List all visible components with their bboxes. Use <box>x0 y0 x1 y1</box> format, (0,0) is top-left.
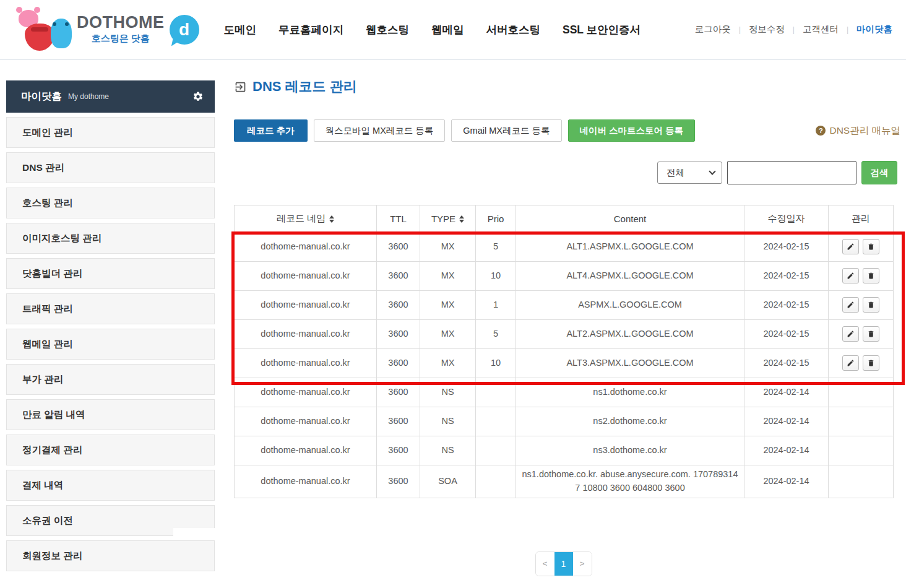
cell-actions <box>829 349 894 378</box>
sidebar-item-9[interactable]: 정기결제 관리 <box>6 435 215 465</box>
pagination-prev-button[interactable]: < <box>536 552 554 576</box>
cell-actions <box>829 378 894 407</box>
sidebar-title: 마이닷홈 <box>21 90 62 103</box>
cell-actions <box>829 436 894 465</box>
nav-webmail[interactable]: 웹메일 <box>431 22 464 37</box>
search-input[interactable] <box>727 161 856 184</box>
sidebar-item-4[interactable]: 닷홈빌더 관리 <box>6 258 215 289</box>
column-label-text: Content <box>614 214 647 224</box>
cell-modified: 2024-02-15 <box>744 349 829 378</box>
column-label-text: TTL <box>390 214 407 224</box>
sidebar-item-3[interactable]: 이미지호스팅 관리 <box>6 223 215 254</box>
cell-type: MX <box>420 233 476 262</box>
nav-server-hosting[interactable]: 서버호스팅 <box>486 22 541 37</box>
cell-content: ns2.dothome.co.kr <box>516 407 744 436</box>
nav-ssl-certificate[interactable]: SSL 보안인증서 <box>563 22 641 37</box>
nav-free-homepage[interactable]: 무료홈페이지 <box>278 22 343 37</box>
edit-record-button[interactable] <box>842 239 859 254</box>
user-link-customer-center[interactable]: 고객센터 <box>803 24 839 35</box>
sort-icon <box>329 215 334 223</box>
nav-web-hosting[interactable]: 웹호스팅 <box>366 22 409 37</box>
column-label-text: 레코드 네임 <box>277 213 326 225</box>
edit-record-button[interactable] <box>842 297 859 313</box>
sidebar-item-11[interactable]: 소유권 이전 <box>6 505 215 536</box>
cell-content: ALT2.ASPMX.L.GOOGLE.COM <box>516 320 744 349</box>
cell-modified: 2024-02-14 <box>744 465 829 498</box>
column-header-type[interactable]: TYPE <box>420 205 476 233</box>
user-link-logout[interactable]: 로그아웃 <box>695 24 731 35</box>
cell-name: dothome-manual.co.kr <box>235 262 377 291</box>
pagination-page-1[interactable]: 1 <box>554 552 573 576</box>
row-actions <box>842 268 879 283</box>
delete-record-button[interactable] <box>863 326 879 342</box>
column-label-text: 수정일자 <box>768 213 805 225</box>
cell-name: dothome-manual.co.kr <box>235 407 377 436</box>
sort-down-arrow <box>329 220 334 223</box>
cell-modified: 2024-02-14 <box>744 436 829 465</box>
delete-record-button[interactable] <box>863 268 879 283</box>
filter-select[interactable]: 전체 <box>657 162 722 184</box>
dothome-logo[interactable]: DOTHOME 호스팅은 닷홈 d <box>16 7 199 52</box>
cell-type: SOA <box>420 465 476 498</box>
column-header-prio: Prio <box>476 205 516 233</box>
cell-content: ns1.dothome.co.kr. abuse.anysecure.com. … <box>516 465 744 498</box>
edit-record-button[interactable] <box>842 268 859 283</box>
separator: | <box>739 25 741 34</box>
edit-record-button[interactable] <box>842 326 859 342</box>
sidebar-item-10[interactable]: 결제 내역 <box>6 470 215 501</box>
cell-ttl: 3600 <box>377 320 420 349</box>
column-header-content: Content <box>516 205 744 233</box>
cell-content: ns1.dothome.co.kr <box>516 378 744 407</box>
cell-ttl: 3600 <box>377 465 420 498</box>
sidebar-item-2[interactable]: 호스팅 관리 <box>6 188 215 218</box>
cell-prio: 1 <box>476 291 516 320</box>
nav-domain[interactable]: 도메인 <box>224 22 257 37</box>
logo-title: DOTHOME <box>77 14 165 31</box>
sort-up-arrow <box>459 215 464 218</box>
user-link-my-dothome[interactable]: 마이닷홈 <box>856 24 892 35</box>
cell-name: dothome-manual.co.kr <box>235 378 377 407</box>
add-record-button[interactable]: 레코드 추가 <box>234 119 308 142</box>
cell-type: MX <box>420 349 476 378</box>
dns-manual-link[interactable]: ? DNS관리 매뉴얼 <box>816 124 900 137</box>
page-title: DNS 레코드 관리 <box>234 77 900 96</box>
cell-modified: 2024-02-15 <box>744 262 829 291</box>
table-row: dothome-manual.co.kr3600MX10ALT4.ASPMX.L… <box>235 262 894 291</box>
sort-down-arrow <box>459 220 464 223</box>
sidebar-item-8[interactable]: 만료 알림 내역 <box>6 399 215 430</box>
sidebar-item-7[interactable]: 부가 관리 <box>6 364 215 395</box>
search-button[interactable]: 검색 <box>861 161 897 184</box>
cell-actions <box>829 233 894 262</box>
column-header-name[interactable]: 레코드 네임 <box>235 205 377 233</box>
works-mobile-mx-button[interactable]: 웍스모바일 MX레코드 등록 <box>314 119 446 142</box>
sidebar-item-12[interactable]: 회원정보 관리 <box>6 540 215 571</box>
question-circle-icon: ? <box>816 126 826 136</box>
column-header-modified: 수정일자 <box>744 205 829 233</box>
edit-record-button[interactable] <box>842 355 859 371</box>
table-row: dothome-manual.co.kr3600MX10ALT3.ASPMX.L… <box>235 349 894 378</box>
cell-actions <box>829 407 894 436</box>
sidebar-item-0[interactable]: 도메인 관리 <box>6 117 215 148</box>
table-row: dothome-manual.co.kr3600NSns2.dothome.co… <box>235 407 894 436</box>
dns-records-table-wrap: 레코드 네임TTLTYPEPrioContent수정일자관리 dothome-m… <box>234 205 893 498</box>
user-link-edit-info[interactable]: 정보수정 <box>749 24 785 35</box>
cell-type: NS <box>420 436 476 465</box>
cell-modified: 2024-02-15 <box>744 291 829 320</box>
delete-record-button[interactable] <box>863 355 879 371</box>
cell-ttl: 3600 <box>377 436 420 465</box>
gear-icon[interactable] <box>192 91 204 102</box>
cell-name: dothome-manual.co.kr <box>235 291 377 320</box>
pagination-next-button[interactable]: > <box>573 552 592 576</box>
sidebar-item-5[interactable]: 트래픽 관리 <box>6 293 215 324</box>
sidebar-item-1[interactable]: DNS 관리 <box>6 152 215 183</box>
naver-smartstore-button[interactable]: 네이버 스마트스토어 등록 <box>568 119 696 142</box>
delete-record-button[interactable] <box>863 239 879 254</box>
delete-record-button[interactable] <box>863 297 879 313</box>
cell-modified: 2024-02-15 <box>744 320 829 349</box>
sidebar-item-6[interactable]: 웹메일 관리 <box>6 329 215 360</box>
dns-manual-link-text: DNS관리 매뉴얼 <box>829 124 900 137</box>
sidebar-items: 도메인 관리DNS 관리호스팅 관리이미지호스팅 관리닷홈빌더 관리트래픽 관리… <box>6 117 215 571</box>
cell-actions <box>829 291 894 320</box>
gmail-mx-button[interactable]: Gmail MX레코드 등록 <box>451 119 561 142</box>
cell-ttl: 3600 <box>377 378 420 407</box>
